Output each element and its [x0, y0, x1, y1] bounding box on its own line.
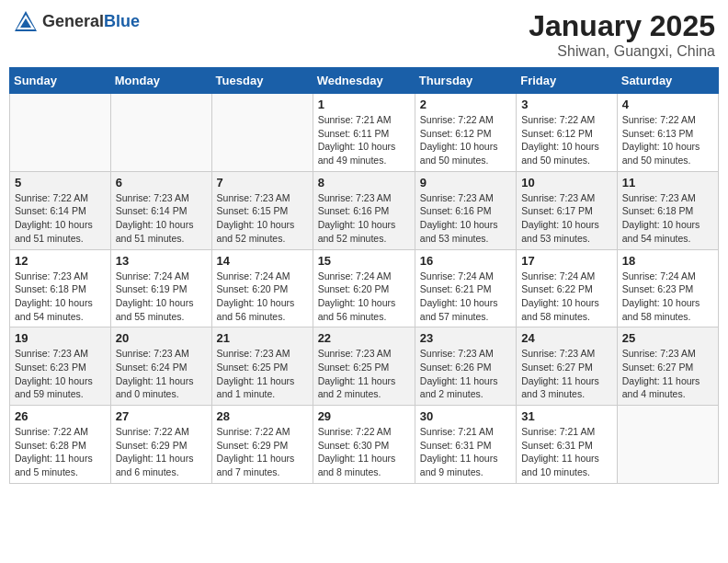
calendar-cell	[617, 406, 718, 484]
day-number: 10	[521, 176, 612, 190]
calendar-cell: 10Sunrise: 7:23 AM Sunset: 6:17 PM Dayli…	[517, 171, 618, 249]
calendar-cell: 3Sunrise: 7:22 AM Sunset: 6:12 PM Daylig…	[517, 94, 618, 172]
weekday-header-thursday: Thursday	[415, 68, 516, 94]
day-number: 18	[622, 254, 713, 268]
day-number: 29	[318, 409, 410, 423]
day-info: Sunrise: 7:23 AM Sunset: 6:18 PM Dayligh…	[622, 191, 713, 246]
weekday-header-monday: Monday	[110, 68, 211, 94]
weekday-header-friday: Friday	[517, 68, 618, 94]
day-number: 26	[15, 409, 106, 423]
day-info: Sunrise: 7:22 AM Sunset: 6:29 PM Dayligh…	[116, 425, 207, 479]
calendar-cell: 6Sunrise: 7:23 AM Sunset: 6:14 PM Daylig…	[110, 171, 211, 249]
day-info: Sunrise: 7:21 AM Sunset: 6:11 PM Dayligh…	[318, 113, 410, 167]
calendar-cell: 15Sunrise: 7:24 AM Sunset: 6:20 PM Dayli…	[313, 249, 415, 327]
calendar-cell: 19Sunrise: 7:23 AM Sunset: 6:23 PM Dayli…	[10, 327, 111, 406]
calendar-cell: 8Sunrise: 7:23 AM Sunset: 6:16 PM Daylig…	[313, 171, 415, 249]
calendar-week-row: 12Sunrise: 7:23 AM Sunset: 6:18 PM Dayli…	[10, 249, 719, 327]
calendar-cell: 5Sunrise: 7:22 AM Sunset: 6:14 PM Daylig…	[10, 171, 111, 249]
calendar-title: January 2025	[529, 9, 715, 43]
day-info: Sunrise: 7:24 AM Sunset: 6:20 PM Dayligh…	[318, 270, 410, 324]
day-number: 31	[521, 409, 612, 423]
calendar-cell: 18Sunrise: 7:24 AM Sunset: 6:23 PM Dayli…	[617, 249, 718, 327]
calendar-cell: 17Sunrise: 7:24 AM Sunset: 6:22 PM Dayli…	[517, 249, 618, 327]
day-info: Sunrise: 7:24 AM Sunset: 6:19 PM Dayligh…	[116, 270, 207, 324]
weekday-header-wednesday: Wednesday	[313, 68, 415, 94]
day-info: Sunrise: 7:24 AM Sunset: 6:20 PM Dayligh…	[217, 270, 308, 324]
calendar-week-row: 26Sunrise: 7:22 AM Sunset: 6:28 PM Dayli…	[10, 406, 719, 484]
logo-icon	[13, 9, 39, 35]
day-info: Sunrise: 7:24 AM Sunset: 6:23 PM Dayligh…	[622, 270, 713, 324]
day-number: 17	[521, 254, 612, 268]
day-info: Sunrise: 7:24 AM Sunset: 6:21 PM Dayligh…	[420, 270, 511, 324]
day-info: Sunrise: 7:23 AM Sunset: 6:24 PM Dayligh…	[116, 347, 207, 401]
calendar-cell: 28Sunrise: 7:22 AM Sunset: 6:29 PM Dayli…	[211, 406, 313, 484]
calendar-cell: 31Sunrise: 7:21 AM Sunset: 6:31 PM Dayli…	[517, 406, 618, 484]
calendar-cell: 11Sunrise: 7:23 AM Sunset: 6:18 PM Dayli…	[617, 171, 718, 249]
day-number: 28	[217, 409, 308, 423]
calendar-week-row: 1Sunrise: 7:21 AM Sunset: 6:11 PM Daylig…	[10, 94, 719, 172]
weekday-header-sunday: Sunday	[10, 68, 111, 94]
day-number: 6	[116, 176, 207, 190]
calendar-cell: 12Sunrise: 7:23 AM Sunset: 6:18 PM Dayli…	[10, 249, 111, 327]
calendar-cell: 9Sunrise: 7:23 AM Sunset: 6:16 PM Daylig…	[415, 171, 516, 249]
calendar-cell: 7Sunrise: 7:23 AM Sunset: 6:15 PM Daylig…	[211, 171, 313, 249]
day-number: 24	[521, 331, 612, 345]
day-number: 3	[521, 98, 612, 111]
calendar-cell: 30Sunrise: 7:21 AM Sunset: 6:31 PM Dayli…	[415, 406, 516, 484]
day-info: Sunrise: 7:23 AM Sunset: 6:27 PM Dayligh…	[622, 347, 713, 401]
calendar-cell: 24Sunrise: 7:23 AM Sunset: 6:27 PM Dayli…	[517, 327, 618, 406]
day-info: Sunrise: 7:23 AM Sunset: 6:16 PM Dayligh…	[420, 191, 511, 246]
day-info: Sunrise: 7:22 AM Sunset: 6:12 PM Dayligh…	[521, 113, 612, 167]
calendar-cell: 26Sunrise: 7:22 AM Sunset: 6:28 PM Dayli…	[10, 406, 111, 484]
calendar-week-row: 19Sunrise: 7:23 AM Sunset: 6:23 PM Dayli…	[10, 327, 719, 406]
day-number: 14	[217, 254, 308, 268]
day-info: Sunrise: 7:23 AM Sunset: 6:27 PM Dayligh…	[521, 347, 612, 401]
day-number: 22	[318, 331, 410, 345]
calendar-cell	[211, 94, 313, 172]
day-info: Sunrise: 7:23 AM Sunset: 6:16 PM Dayligh…	[318, 191, 410, 246]
day-number: 27	[116, 409, 207, 423]
day-number: 1	[318, 98, 410, 111]
day-number: 8	[318, 176, 410, 190]
day-info: Sunrise: 7:22 AM Sunset: 6:12 PM Dayligh…	[420, 113, 511, 167]
day-number: 21	[217, 331, 308, 345]
day-info: Sunrise: 7:22 AM Sunset: 6:30 PM Dayligh…	[318, 425, 410, 479]
page-header: GeneralBlue January 2025 Shiwan, Guangxi…	[9, 9, 719, 60]
calendar-subtitle: Shiwan, Guangxi, China	[529, 43, 715, 60]
day-info: Sunrise: 7:22 AM Sunset: 6:29 PM Dayligh…	[217, 425, 308, 479]
day-number: 4	[622, 98, 713, 111]
day-info: Sunrise: 7:22 AM Sunset: 6:14 PM Dayligh…	[15, 191, 106, 246]
day-info: Sunrise: 7:23 AM Sunset: 6:18 PM Dayligh…	[15, 270, 106, 324]
day-info: Sunrise: 7:23 AM Sunset: 6:15 PM Dayligh…	[217, 191, 308, 246]
day-number: 30	[420, 409, 511, 423]
day-number: 19	[15, 331, 106, 345]
calendar-cell: 13Sunrise: 7:24 AM Sunset: 6:19 PM Dayli…	[110, 249, 211, 327]
weekday-header-row: SundayMondayTuesdayWednesdayThursdayFrid…	[10, 68, 719, 94]
day-info: Sunrise: 7:22 AM Sunset: 6:28 PM Dayligh…	[15, 425, 106, 479]
calendar-cell: 4Sunrise: 7:22 AM Sunset: 6:13 PM Daylig…	[617, 94, 718, 172]
day-info: Sunrise: 7:24 AM Sunset: 6:22 PM Dayligh…	[521, 270, 612, 324]
day-info: Sunrise: 7:21 AM Sunset: 6:31 PM Dayligh…	[420, 425, 511, 479]
calendar-cell	[110, 94, 211, 172]
day-info: Sunrise: 7:23 AM Sunset: 6:14 PM Dayligh…	[116, 191, 207, 246]
logo: GeneralBlue	[13, 9, 140, 35]
day-number: 25	[622, 331, 713, 345]
day-info: Sunrise: 7:23 AM Sunset: 6:25 PM Dayligh…	[217, 347, 308, 401]
day-number: 20	[116, 331, 207, 345]
day-number: 11	[622, 176, 713, 190]
day-info: Sunrise: 7:22 AM Sunset: 6:13 PM Dayligh…	[622, 113, 713, 167]
weekday-header-tuesday: Tuesday	[211, 68, 313, 94]
calendar-cell	[10, 94, 111, 172]
calendar-cell: 23Sunrise: 7:23 AM Sunset: 6:26 PM Dayli…	[415, 327, 516, 406]
calendar-cell: 2Sunrise: 7:22 AM Sunset: 6:12 PM Daylig…	[415, 94, 516, 172]
day-info: Sunrise: 7:23 AM Sunset: 6:25 PM Dayligh…	[318, 347, 410, 401]
day-info: Sunrise: 7:21 AM Sunset: 6:31 PM Dayligh…	[521, 425, 612, 479]
weekday-header-saturday: Saturday	[617, 68, 718, 94]
calendar-week-row: 5Sunrise: 7:22 AM Sunset: 6:14 PM Daylig…	[10, 171, 719, 249]
calendar-cell: 16Sunrise: 7:24 AM Sunset: 6:21 PM Dayli…	[415, 249, 516, 327]
calendar-cell: 14Sunrise: 7:24 AM Sunset: 6:20 PM Dayli…	[211, 249, 313, 327]
calendar-cell: 22Sunrise: 7:23 AM Sunset: 6:25 PM Dayli…	[313, 327, 415, 406]
day-number: 9	[420, 176, 511, 190]
calendar-cell: 29Sunrise: 7:22 AM Sunset: 6:30 PM Dayli…	[313, 406, 415, 484]
calendar-cell: 27Sunrise: 7:22 AM Sunset: 6:29 PM Dayli…	[110, 406, 211, 484]
